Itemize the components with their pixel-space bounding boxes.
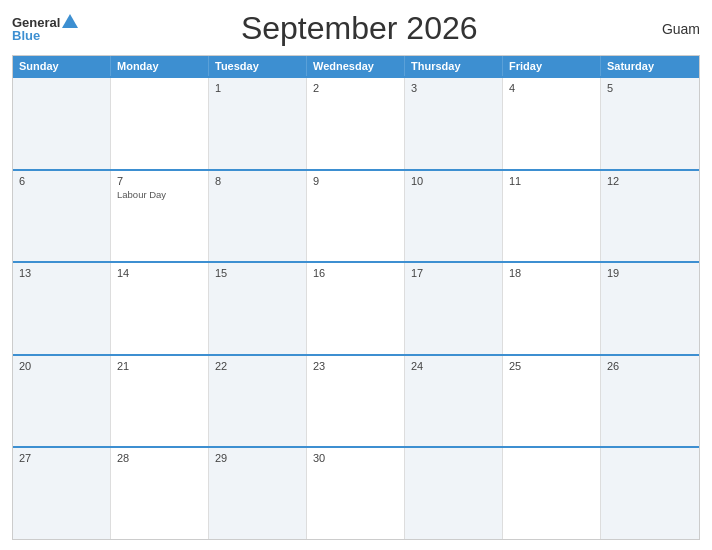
day-number: 18 — [509, 267, 594, 279]
day-number: 21 — [117, 360, 202, 372]
day-cell: 29 — [209, 448, 307, 539]
day-cell — [111, 78, 209, 169]
day-cell: 9 — [307, 171, 405, 262]
day-cell: 30 — [307, 448, 405, 539]
day-number: 6 — [19, 175, 104, 187]
day-number: 26 — [607, 360, 693, 372]
calendar-container: General Blue September 2026 Guam SundayM… — [0, 0, 712, 550]
day-number: 3 — [411, 82, 496, 94]
logo-general-text: General — [12, 16, 60, 29]
day-number: 1 — [215, 82, 300, 94]
day-number: 4 — [509, 82, 594, 94]
week-row-2: 67Labour Day89101112 — [13, 169, 699, 262]
day-cell: 12 — [601, 171, 699, 262]
day-number: 30 — [313, 452, 398, 464]
day-cell: 28 — [111, 448, 209, 539]
day-number: 19 — [607, 267, 693, 279]
day-number: 9 — [313, 175, 398, 187]
day-number: 16 — [313, 267, 398, 279]
day-number: 28 — [117, 452, 202, 464]
region-label: Guam — [640, 21, 700, 37]
day-header-thursday: Thursday — [405, 56, 503, 76]
logo-blue-text: Blue — [12, 29, 40, 42]
day-cell: 6 — [13, 171, 111, 262]
day-cell — [503, 448, 601, 539]
day-cell — [13, 78, 111, 169]
day-cell: 11 — [503, 171, 601, 262]
day-number: 11 — [509, 175, 594, 187]
day-cell: 17 — [405, 263, 503, 354]
day-cell: 16 — [307, 263, 405, 354]
day-headers-row: SundayMondayTuesdayWednesdayThursdayFrid… — [13, 56, 699, 76]
day-number: 12 — [607, 175, 693, 187]
day-number: 10 — [411, 175, 496, 187]
day-number: 24 — [411, 360, 496, 372]
day-cell: 3 — [405, 78, 503, 169]
logo: General Blue — [12, 16, 78, 42]
day-header-friday: Friday — [503, 56, 601, 76]
day-cell: 10 — [405, 171, 503, 262]
day-cell: 13 — [13, 263, 111, 354]
day-cell: 19 — [601, 263, 699, 354]
week-row-3: 13141516171819 — [13, 261, 699, 354]
day-cell: 24 — [405, 356, 503, 447]
day-number: 23 — [313, 360, 398, 372]
week-row-1: 12345 — [13, 76, 699, 169]
day-number: 20 — [19, 360, 104, 372]
day-cell: 1 — [209, 78, 307, 169]
day-cell: 7Labour Day — [111, 171, 209, 262]
day-header-sunday: Sunday — [13, 56, 111, 76]
calendar-grid: SundayMondayTuesdayWednesdayThursdayFrid… — [12, 55, 700, 540]
event-label: Labour Day — [117, 189, 202, 200]
weeks-container: 1234567Labour Day89101112131415161718192… — [13, 76, 699, 539]
day-number: 14 — [117, 267, 202, 279]
day-cell: 25 — [503, 356, 601, 447]
day-cell: 4 — [503, 78, 601, 169]
day-number: 8 — [215, 175, 300, 187]
day-number: 22 — [215, 360, 300, 372]
day-number: 13 — [19, 267, 104, 279]
day-number: 2 — [313, 82, 398, 94]
day-number: 7 — [117, 175, 202, 187]
month-title: September 2026 — [78, 10, 640, 47]
day-cell: 22 — [209, 356, 307, 447]
day-number: 17 — [411, 267, 496, 279]
day-cell: 20 — [13, 356, 111, 447]
day-header-wednesday: Wednesday — [307, 56, 405, 76]
day-number: 5 — [607, 82, 693, 94]
day-number: 15 — [215, 267, 300, 279]
day-cell: 27 — [13, 448, 111, 539]
day-cell: 8 — [209, 171, 307, 262]
logo-triangle-icon — [62, 14, 78, 28]
week-row-4: 20212223242526 — [13, 354, 699, 447]
day-number: 25 — [509, 360, 594, 372]
day-cell: 26 — [601, 356, 699, 447]
day-cell: 21 — [111, 356, 209, 447]
week-row-5: 27282930 — [13, 446, 699, 539]
day-header-tuesday: Tuesday — [209, 56, 307, 76]
day-number: 29 — [215, 452, 300, 464]
day-header-monday: Monday — [111, 56, 209, 76]
day-cell: 18 — [503, 263, 601, 354]
day-cell: 15 — [209, 263, 307, 354]
day-cell — [405, 448, 503, 539]
day-cell: 14 — [111, 263, 209, 354]
calendar-header: General Blue September 2026 Guam — [12, 10, 700, 47]
day-cell — [601, 448, 699, 539]
day-number: 27 — [19, 452, 104, 464]
day-cell: 2 — [307, 78, 405, 169]
day-cell: 23 — [307, 356, 405, 447]
day-header-saturday: Saturday — [601, 56, 699, 76]
day-cell: 5 — [601, 78, 699, 169]
